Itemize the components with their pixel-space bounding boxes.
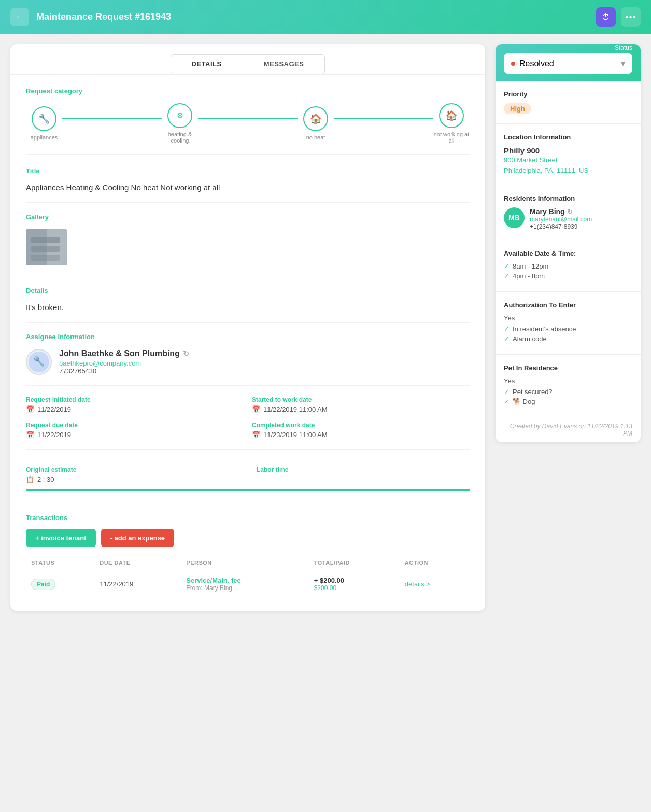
date-started-val: 📅 11/22/2019 11:00 AM [252, 405, 470, 413]
check-icon-5: ✓ [504, 388, 510, 396]
resident-refresh-icon[interactable]: ↻ [567, 208, 573, 216]
original-estimate-label: Original estimate [26, 466, 248, 473]
left-panel: DETAILS MESSAGES Request category 🔧 appl… [10, 44, 485, 611]
clock-icon: ⏱ [602, 12, 610, 22]
check-icon-3: ✓ [504, 325, 510, 333]
svg-rect-4 [31, 255, 60, 261]
details-text: It's broken. [26, 303, 470, 312]
assignee-section: Assignee Information 🔧 John Baethke & So… [26, 333, 470, 386]
invoice-tenant-button[interactable]: + invoice tenant [26, 529, 96, 547]
gallery-section: Gallery [26, 213, 470, 276]
header-actions: ⏱ ••• [596, 7, 641, 27]
gallery-image[interactable] [26, 229, 67, 265]
title-section: Title Appliances Heating & Cooling No he… [26, 167, 470, 203]
pet-item-2: ✓ 🐕 Dog [504, 398, 632, 405]
pet-title: Pet In Residence [504, 364, 632, 372]
location-street: 900 Market Street [504, 155, 632, 165]
details-link[interactable]: details > [405, 580, 430, 588]
date-completed: Completed work date 📅 11/23/2019 11:00 A… [252, 422, 470, 439]
details-label: Details [26, 287, 470, 295]
clock-button[interactable]: ⏱ [596, 7, 616, 27]
person-from: From: Mary Bing [186, 584, 303, 592]
cal-icon-3: 📅 [26, 431, 34, 439]
more-button[interactable]: ••• [621, 7, 641, 27]
col-total: TOTAL/PAID [309, 555, 400, 570]
col-person: PERSON [181, 555, 308, 570]
resident-row: MB Mary Bing ↻ marytenant@mail.com +1(23… [504, 207, 632, 230]
cat-line-1 [62, 118, 162, 119]
tab-messages[interactable]: MESSAGES [243, 54, 326, 74]
cal-icon-2: 📅 [252, 405, 260, 413]
check-icon-2: ✓ [504, 272, 510, 280]
status-badge: Paid [31, 579, 55, 590]
date-due: Request due date 📅 11/22/2019 [26, 422, 244, 439]
date-initiated: Request initiated date 📅 11/22/2019 [26, 396, 244, 413]
residents-title: Residents Information [504, 194, 632, 202]
auth-item-2: ✓ Alarm code [504, 335, 632, 343]
col-status: STATUS [26, 555, 94, 570]
avail-time-2: 4pm - 8pm [513, 272, 545, 280]
status-dropdown[interactable]: Resolved ▾ [504, 53, 632, 74]
cat-circle-notworking: 🏠 [439, 103, 464, 128]
cat-circle-appliances: 🔧 [32, 106, 56, 131]
col-action: ACTION [400, 555, 470, 570]
date-started-label: Started to work date [252, 396, 470, 403]
auth-label-1: In resident's absence [513, 325, 576, 333]
dropdown-chevron-icon: ▾ [621, 59, 625, 68]
tab-details[interactable]: DETAILS [171, 54, 243, 74]
cat-item-noheat: 🏠 no heat [298, 106, 334, 141]
svg-rect-3 [31, 246, 60, 252]
status-dot [511, 62, 515, 66]
location-name: Philly 900 [504, 146, 632, 155]
estimate-icon: 📋 [26, 475, 34, 483]
location-title: Location Information [504, 133, 632, 141]
cat-circle-noheat: 🏠 [303, 106, 328, 131]
transaction-due-date: 11/22/2019 [94, 570, 181, 598]
pet-section: Pet In Residence Yes ✓ Pet secured? ✓ 🐕 … [496, 355, 641, 417]
transaction-actions: + invoice tenant - add an expense [26, 529, 470, 547]
category-label: Request category [26, 87, 470, 95]
resident-name: Mary Bing ↻ [530, 207, 592, 216]
transaction-action: details > [400, 570, 470, 598]
availability-title: Available Date & Time: [504, 249, 632, 257]
cat-label-heating: heating & cooling [162, 131, 198, 144]
date-completed-val: 📅 11/23/2019 11:00 AM [252, 431, 470, 439]
tabs-bar: DETAILS MESSAGES [10, 44, 485, 75]
status-value-row: Resolved [511, 59, 554, 68]
check-icon-6: ✓ [504, 398, 510, 405]
main-content: Request category 🔧 appliances ❄ heating … [10, 75, 485, 611]
svg-rect-2 [31, 237, 60, 243]
status-header-label: Status [615, 44, 632, 51]
location-section: Location Information Philly 900 900 Mark… [496, 124, 641, 185]
original-estimate-val: 📋 2 : 30 [26, 475, 248, 483]
amount-total: + $200.00 [314, 577, 394, 584]
dates-grid: Request initiated date 📅 11/22/2019 Star… [26, 396, 470, 450]
pet-label-2: 🐕 Dog [513, 398, 535, 405]
labor-time-label: Labor time [257, 466, 470, 473]
service-fee-link[interactable]: Service/Main. fee [186, 577, 303, 584]
assignee-refresh-icon[interactable]: ↻ [183, 349, 189, 358]
labor-time-val: — [257, 475, 470, 483]
avail-time-1: 8am - 12pm [513, 262, 548, 270]
add-expense-button[interactable]: - add an expense [101, 529, 174, 547]
pet-label-1: Pet secured? [513, 388, 553, 396]
date-initiated-val: 📅 11/22/2019 [26, 405, 244, 413]
gallery-image-inner [26, 229, 67, 265]
check-icon-1: ✓ [504, 262, 510, 270]
authorization-title: Authorization To Enter [504, 301, 632, 309]
resident-info: Mary Bing ↻ marytenant@mail.com +1(234)8… [530, 207, 592, 230]
cat-label-appliances: appliances [26, 134, 62, 141]
date-completed-label: Completed work date [252, 422, 470, 429]
resident-phone: +1(234)847-8939 [530, 223, 592, 230]
assignee-label: Assignee Information [26, 333, 470, 341]
priority-title: Priority [504, 90, 632, 98]
resident-avatar: MB [504, 207, 525, 228]
assignee-name: John Baethke & Son Plumbing ↻ [59, 349, 189, 358]
transactions-label: Transactions [26, 514, 470, 522]
resident-email: marytenant@mail.com [530, 216, 592, 223]
priority-section: Priority High [496, 81, 641, 124]
auth-label-2: Alarm code [513, 335, 547, 343]
back-button[interactable]: ← [10, 8, 29, 26]
main-layout: DETAILS MESSAGES Request category 🔧 appl… [0, 34, 651, 621]
date-due-label: Request due date [26, 422, 244, 429]
